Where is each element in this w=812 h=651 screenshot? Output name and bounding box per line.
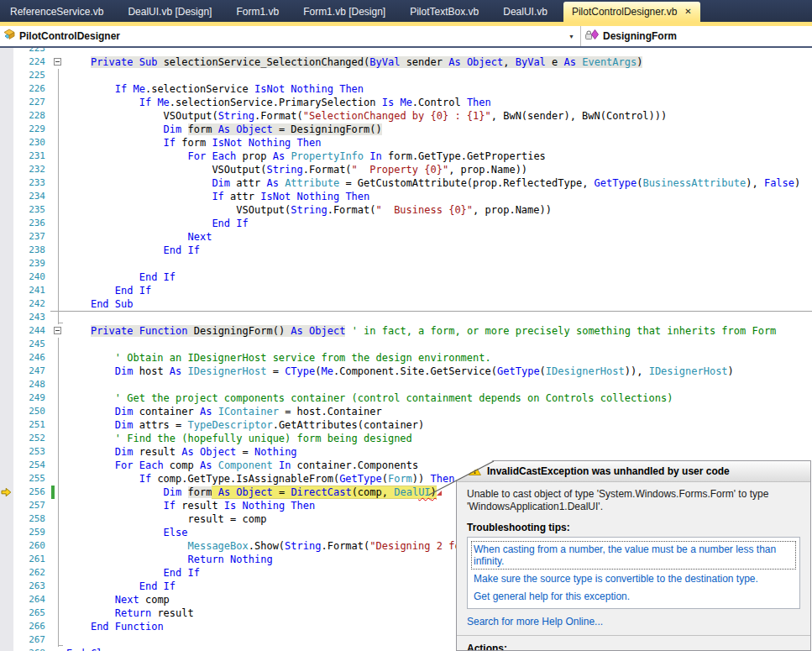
breakpoint-margin[interactable] bbox=[0, 459, 13, 472]
tab-referenceservice-vb[interactable]: ReferenceService.vb bbox=[2, 3, 112, 22]
breakpoint-margin[interactable] bbox=[0, 633, 13, 647]
code-text[interactable]: End Sub bbox=[66, 297, 812, 311]
breakpoint-margin[interactable] bbox=[0, 176, 13, 190]
code-text[interactable]: Next bbox=[66, 230, 812, 244]
code-text[interactable]: VSOutput(String.Format(" Property {0}", … bbox=[66, 163, 812, 176]
breakpoint-margin[interactable] bbox=[0, 539, 13, 553]
breakpoint-margin[interactable] bbox=[0, 324, 13, 338]
code-line-249[interactable]: 249 ' Get the project components contain… bbox=[0, 391, 812, 405]
breakpoint-margin[interactable] bbox=[0, 284, 13, 297]
code-line-228[interactable]: 228 VSOutput(String.Format("SelectionCha… bbox=[0, 109, 812, 123]
code-line-241[interactable]: 241 End If bbox=[0, 284, 812, 297]
breakpoint-margin[interactable] bbox=[0, 82, 13, 96]
code-line-253[interactable]: 253 Dim result As Object = Nothing bbox=[0, 445, 812, 459]
breakpoint-margin[interactable] bbox=[0, 203, 13, 217]
code-line-243[interactable]: 243 bbox=[0, 311, 812, 324]
troubleshooting-tip-2[interactable]: Make sure the source type is convertible… bbox=[471, 570, 796, 587]
tab-pilottextbox-vb[interactable]: PilotTextBox.vb bbox=[401, 3, 487, 22]
code-text[interactable]: If Me.selectionService IsNot Nothing The… bbox=[66, 82, 812, 96]
breakpoint-margin[interactable] bbox=[0, 55, 13, 69]
code-text[interactable]: Dim form As Object = DesigningForm() bbox=[66, 123, 812, 136]
tab-pilotcontroldesigner-vb[interactable]: PilotControlDesigner.vb✕ bbox=[563, 2, 700, 22]
breakpoint-margin[interactable] bbox=[0, 499, 13, 512]
breakpoint-margin[interactable] bbox=[0, 432, 13, 445]
code-text[interactable] bbox=[66, 257, 812, 270]
code-text[interactable] bbox=[66, 338, 812, 351]
code-line-242[interactable]: 242 End Sub bbox=[0, 297, 812, 311]
code-text[interactable]: Dim result As Object = Nothing bbox=[66, 445, 812, 459]
breakpoint-margin[interactable] bbox=[0, 338, 13, 351]
code-line-224[interactable]: 224 Private Sub selectionService_Selecti… bbox=[0, 55, 812, 69]
breakpoint-margin[interactable] bbox=[0, 486, 13, 499]
code-text[interactable]: End If bbox=[66, 284, 812, 297]
code-line-244[interactable]: 244 Private Function DesigningForm() As … bbox=[0, 324, 812, 338]
code-line-245[interactable]: 245 bbox=[0, 338, 812, 351]
breakpoint-margin[interactable] bbox=[0, 445, 13, 459]
code-text[interactable]: ' Get the project components container (… bbox=[66, 391, 812, 405]
code-text[interactable]: If attr IsNot Nothing Then bbox=[66, 190, 812, 203]
breakpoint-margin[interactable] bbox=[0, 391, 13, 405]
code-line-233[interactable]: 233 Dim attr As Attribute = GetCustomAtt… bbox=[0, 176, 812, 190]
breakpoint-margin[interactable] bbox=[0, 257, 13, 270]
breakpoint-margin[interactable] bbox=[0, 580, 13, 593]
code-line-227[interactable]: 227 If Me.selectionService.PrimarySelect… bbox=[0, 96, 812, 109]
code-text[interactable] bbox=[66, 378, 812, 391]
code-line-238[interactable]: 238 End If bbox=[0, 244, 812, 257]
code-line-247[interactable]: 247 Dim host As IDesignerHost = CType(Me… bbox=[0, 365, 812, 378]
breakpoint-margin[interactable] bbox=[0, 163, 13, 176]
code-text[interactable]: Dim attrs = TypeDescriptor.GetAttributes… bbox=[66, 418, 812, 432]
code-line-237[interactable]: 237 Next bbox=[0, 230, 812, 244]
breakpoint-margin[interactable] bbox=[0, 244, 13, 257]
code-line-246[interactable]: 246 ' Obtain an IDesignerHost service fr… bbox=[0, 351, 812, 365]
breakpoint-margin[interactable] bbox=[0, 526, 13, 539]
breakpoint-margin[interactable] bbox=[0, 123, 13, 136]
code-text[interactable]: End If bbox=[66, 217, 812, 230]
breakpoint-margin[interactable] bbox=[0, 620, 13, 633]
code-line-248[interactable]: 248 bbox=[0, 378, 812, 391]
code-text[interactable] bbox=[66, 311, 812, 324]
breakpoint-margin[interactable] bbox=[0, 69, 13, 82]
collapse-minus-icon[interactable] bbox=[54, 327, 61, 334]
breakpoint-margin[interactable] bbox=[0, 606, 13, 620]
code-line-229[interactable]: 229 Dim form As Object = DesigningForm() bbox=[0, 123, 812, 136]
breakpoint-margin[interactable] bbox=[0, 230, 13, 244]
code-text[interactable]: Private Function DesigningForm() As Obje… bbox=[66, 324, 812, 338]
code-line-239[interactable]: 239 bbox=[0, 257, 812, 270]
tab-form1-vb[interactable]: Form1.vb bbox=[228, 3, 287, 22]
tab-dealui-vb-design[interactable]: DealUI.vb [Design] bbox=[119, 3, 220, 22]
breakpoint-margin[interactable] bbox=[0, 512, 13, 526]
close-tab-icon[interactable]: ✕ bbox=[684, 8, 691, 16]
code-line-235[interactable]: 235 VSOutput(String.Format(" Business {0… bbox=[0, 203, 812, 217]
code-line-251[interactable]: 251 Dim attrs = TypeDescriptor.GetAttrib… bbox=[0, 418, 812, 432]
breakpoint-margin[interactable] bbox=[0, 109, 13, 123]
code-text[interactable]: End If bbox=[66, 270, 812, 284]
troubleshooting-tip-3[interactable]: Get general help for this exception. bbox=[471, 588, 796, 605]
code-line-234[interactable]: 234 If attr IsNot Nothing Then bbox=[0, 190, 812, 203]
tab-dealui-vb[interactable]: DealUI.vb bbox=[495, 3, 556, 22]
code-text[interactable]: ' Find the (hopefully unique) form being… bbox=[66, 432, 812, 445]
code-line-226[interactable]: 226 If Me.selectionService IsNot Nothing… bbox=[0, 82, 812, 96]
breakpoint-margin[interactable] bbox=[0, 566, 13, 580]
troubleshooting-tip-1[interactable]: When casting from a number, the value mu… bbox=[471, 541, 796, 570]
search-help-online-link[interactable]: Search for more Help Online... bbox=[467, 616, 800, 627]
breakpoint-margin[interactable] bbox=[0, 405, 13, 418]
code-line-231[interactable]: 231 For Each prop As PropertyInfo In for… bbox=[0, 150, 812, 163]
code-text[interactable] bbox=[66, 69, 812, 82]
breakpoint-margin[interactable] bbox=[0, 150, 13, 163]
breakpoint-margin[interactable] bbox=[0, 136, 13, 150]
breakpoint-margin[interactable] bbox=[0, 297, 13, 311]
breakpoint-margin[interactable] bbox=[0, 365, 13, 378]
code-text[interactable]: Dim attr As Attribute = GetCustomAttribu… bbox=[66, 176, 812, 190]
code-text[interactable]: VSOutput(String.Format("SelectionChanged… bbox=[66, 109, 812, 123]
breakpoint-margin[interactable] bbox=[0, 217, 13, 230]
chevron-down-icon[interactable]: ▼ bbox=[568, 34, 580, 39]
breakpoint-margin[interactable] bbox=[0, 311, 13, 324]
code-line-230[interactable]: 230 If form IsNot Nothing Then bbox=[0, 136, 812, 150]
breakpoint-margin[interactable] bbox=[0, 472, 13, 486]
code-text[interactable]: If form IsNot Nothing Then bbox=[66, 136, 812, 150]
code-text[interactable]: For Each prop As PropertyInfo In form.Ge… bbox=[66, 150, 812, 163]
code-line-240[interactable]: 240 End If bbox=[0, 270, 812, 284]
breakpoint-margin[interactable] bbox=[0, 378, 13, 391]
code-line-250[interactable]: 250 Dim container As IContainer = host.C… bbox=[0, 405, 812, 418]
breakpoint-margin[interactable] bbox=[0, 270, 13, 284]
